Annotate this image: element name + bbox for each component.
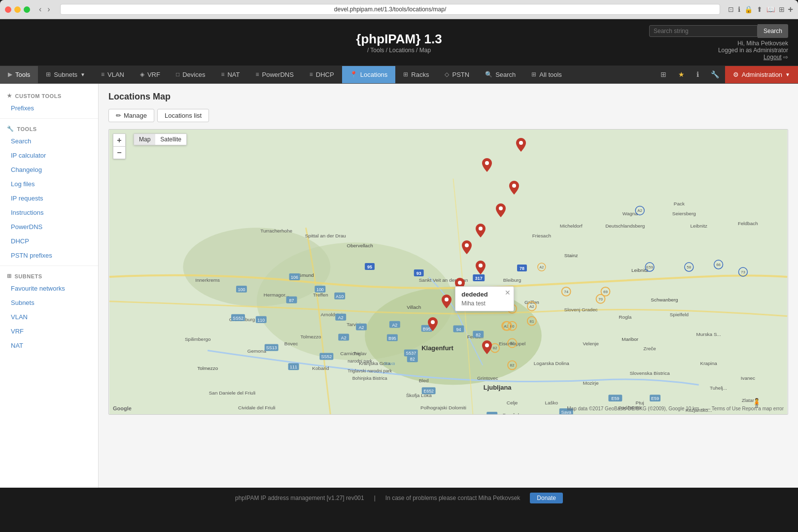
nav-item-vlan[interactable]: ≡ VLAN <box>93 66 132 83</box>
new-tab-button[interactable]: + <box>788 4 793 15</box>
svg-text:Obervellach: Obervellach <box>347 243 373 248</box>
star-section-icon: ★ <box>7 93 12 99</box>
svg-point-180 <box>479 264 483 267</box>
sidebar-item-favourite-networks[interactable]: Favourite networks <box>0 281 98 296</box>
sidebar-item-prefixes[interactable]: Prefixes <box>0 101 98 115</box>
wrench-icon-btn[interactable]: 🔧 <box>705 66 725 83</box>
map-type-map[interactable]: Map <box>134 134 155 145</box>
nav-item-devices[interactable]: □ Devices <box>168 66 213 83</box>
popup-close-button[interactable]: ✕ <box>505 289 511 297</box>
map-marker-2[interactable] <box>482 158 492 173</box>
map-marker-11[interactable] <box>482 340 492 356</box>
star-icon-btn[interactable]: ★ <box>672 66 691 83</box>
map-marker-1[interactable] <box>516 138 526 153</box>
devices-icon: □ <box>176 71 179 78</box>
nav-item-vrf[interactable]: ◈ VRF <box>132 66 168 83</box>
action-bar: ✏ Manage Locations list <box>108 109 788 122</box>
back-button[interactable]: ‹ <box>37 5 43 14</box>
map-marker-7[interactable] <box>476 261 486 276</box>
maximize-button[interactable] <box>24 6 30 13</box>
sidebar-item-logfiles[interactable]: Log files <box>0 177 98 191</box>
breadcrumb-locations[interactable]: Locations <box>389 47 414 54</box>
sidebar-item-powerdns[interactable]: PowerDNS <box>0 220 98 234</box>
nav-item-pstn[interactable]: ◇ PSTN <box>437 66 477 83</box>
vlan-icon: ≡ <box>101 71 104 78</box>
map-marker-5[interactable] <box>476 224 486 239</box>
search-button[interactable]: Search <box>758 24 788 38</box>
svg-text:Maribor: Maribor <box>622 336 638 342</box>
breadcrumb-map: Map <box>419 47 431 54</box>
map-marker-3[interactable] <box>509 181 519 196</box>
svg-text:Grintovec: Grintovec <box>477 375 498 381</box>
nav-item-nat[interactable]: ≡ NAT <box>213 66 247 83</box>
footer-right-text: In case of problems please contact Miha … <box>385 495 520 501</box>
nav-item-locations[interactable]: 📍 Locations <box>342 66 396 83</box>
svg-text:Logarska Dolina: Logarska Dolina <box>534 361 569 366</box>
nav-item-tools[interactable]: ▶ Tools <box>0 66 38 83</box>
sidebar-item-subnets[interactable]: Subnets <box>0 296 98 310</box>
map-marker-9[interactable] <box>442 295 451 310</box>
minimize-button[interactable] <box>14 6 21 13</box>
sidebar-item-vlan[interactable]: VLAN <box>0 310 98 324</box>
map-marker-4[interactable] <box>496 203 506 219</box>
map-person-icon[interactable]: 🧍 <box>751 398 762 408</box>
nav-item-dhcp[interactable]: ≡ DHCP <box>302 66 342 83</box>
nav-item-powerdns[interactable]: ≡ PowerDNS <box>248 66 302 83</box>
nav-powerdns-label: PowerDNS <box>262 71 294 78</box>
grid-icon-btn[interactable]: ⊞ <box>655 66 672 83</box>
svg-point-175 <box>485 161 489 165</box>
nav-item-alltools[interactable]: ⊞ All tools <box>523 66 570 83</box>
map-popup[interactable]: ✕ dededed Miha test <box>455 286 514 311</box>
lock-icon[interactable]: 🔒 <box>744 5 753 13</box>
map-marker-6[interactable] <box>462 240 472 256</box>
donate-button[interactable]: Donate <box>530 493 563 503</box>
forward-button[interactable]: › <box>45 5 52 14</box>
nav-item-subnets[interactable]: ⊞ Subnets ▼ <box>38 66 93 83</box>
sidebar-item-ipcalc[interactable]: IP calculator <box>0 148 98 163</box>
svg-text:81: 81 <box>529 319 534 324</box>
sidebar-item-vrf[interactable]: VRF <box>0 324 98 338</box>
search-nav-icon: 🔍 <box>485 71 492 78</box>
tabs-icon[interactable]: ⊞ <box>779 5 785 13</box>
sidebar-item-nat[interactable]: NAT <box>0 338 98 353</box>
sidebar-item-pstn[interactable]: PSTN prefixes <box>0 248 98 263</box>
svg-text:A2: A2 <box>341 335 347 340</box>
search-bar: Search <box>649 24 788 38</box>
svg-text:Ljubljana: Ljubljana <box>484 384 512 391</box>
zoom-out-button[interactable]: − <box>113 146 126 159</box>
sidebar-item-changelog[interactable]: Changelog <box>0 163 98 177</box>
info-icon[interactable]: ℹ <box>738 5 740 13</box>
svg-text:Stainz: Stainz <box>564 253 578 258</box>
sidebar-item-instructions[interactable]: Instructions <box>0 205 98 220</box>
info-icon-btn[interactable]: ℹ <box>691 66 705 83</box>
locations-list-button[interactable]: Locations list <box>157 109 209 122</box>
url-bar[interactable]: devel.phpipam.net/1.3/tools/locations/ma… <box>60 4 721 15</box>
breadcrumb-tools[interactable]: Tools <box>370 47 384 54</box>
logout-link[interactable]: Logout <box>763 54 782 61</box>
sidebar-item-dhcp[interactable]: DHCP <box>0 234 98 248</box>
svg-text:Gemona: Gemona <box>247 348 267 354</box>
powerdns-icon: ≡ <box>256 71 259 78</box>
zoom-in-button[interactable]: + <box>113 133 126 146</box>
racks-icon: ⊞ <box>403 71 408 78</box>
map-type-satellite[interactable]: Satellite <box>155 134 186 145</box>
bookmark-icon[interactable]: 📖 <box>766 5 775 13</box>
map-marker-10[interactable] <box>428 317 438 332</box>
content-area: Locations Map ✏ Manage Locations list <box>99 84 798 488</box>
share-icon[interactable]: ⬆ <box>757 5 763 13</box>
svg-text:Velenje: Velenje <box>583 341 599 346</box>
svg-text:Mozirje: Mozirje <box>583 380 599 386</box>
nav-item-racks[interactable]: ⊞ Racks <box>395 66 437 83</box>
search-input[interactable] <box>649 25 758 37</box>
close-button[interactable] <box>5 6 11 13</box>
reader-icon[interactable]: ⊡ <box>728 5 734 13</box>
svg-text:Pomžale: Pomžale <box>503 412 522 414</box>
nav-item-search[interactable]: 🔍 Search <box>477 66 523 83</box>
sidebar-item-search[interactable]: Search <box>0 134 98 148</box>
map-container[interactable]: 95 93 317 78 Klagenfurt Ljubljana Udine … <box>108 129 788 415</box>
svg-text:Seiersberg: Seiersberg <box>672 211 696 216</box>
sidebar-item-iprequests[interactable]: IP requests <box>0 191 98 205</box>
manage-button[interactable]: ✏ Manage <box>108 109 154 122</box>
svg-text:74: 74 <box>564 290 568 294</box>
admin-button[interactable]: ⚙ Administration ▼ <box>725 66 798 83</box>
